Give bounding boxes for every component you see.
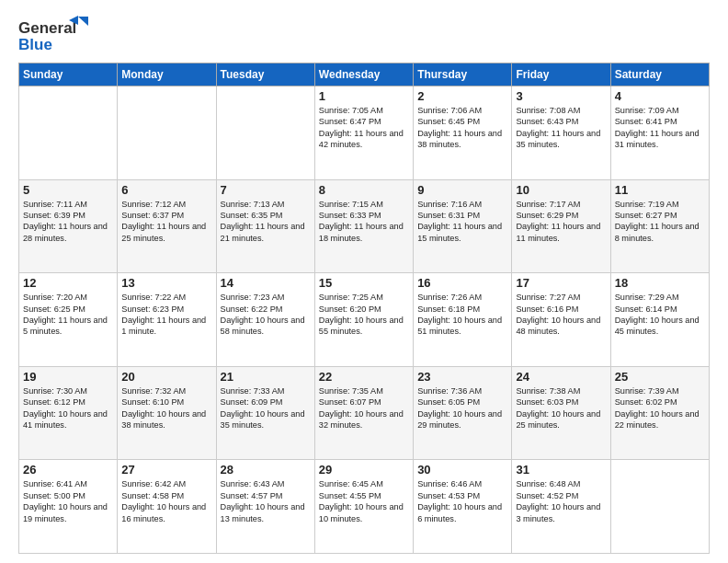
day-info: Sunrise: 7:27 AM Sunset: 6:16 PM Dayligh… <box>516 292 606 338</box>
day-number: 25 <box>615 370 705 384</box>
day-info: Sunrise: 7:29 AM Sunset: 6:14 PM Dayligh… <box>615 292 705 338</box>
svg-text:General: General <box>18 19 76 37</box>
day-info: Sunrise: 7:09 AM Sunset: 6:41 PM Dayligh… <box>615 105 705 151</box>
day-info: Sunrise: 7:33 AM Sunset: 6:09 PM Dayligh… <box>221 385 311 431</box>
day-number: 11 <box>615 183 705 197</box>
calendar-cell: 20Sunrise: 7:32 AM Sunset: 6:10 PM Dayli… <box>118 366 216 460</box>
day-number: 20 <box>121 370 211 384</box>
calendar: SundayMondayTuesdayWednesdayThursdayFrid… <box>18 63 710 554</box>
calendar-cell: 1Sunrise: 7:05 AM Sunset: 6:47 PM Daylig… <box>314 86 413 180</box>
day-number: 26 <box>23 463 113 477</box>
calendar-cell: 18Sunrise: 7:29 AM Sunset: 6:14 PM Dayli… <box>610 273 709 367</box>
day-number: 28 <box>221 463 311 477</box>
day-number: 10 <box>516 183 606 197</box>
day-number: 8 <box>319 183 409 197</box>
calendar-cell: 28Sunrise: 6:43 AM Sunset: 4:57 PM Dayli… <box>216 460 314 554</box>
day-info: Sunrise: 7:13 AM Sunset: 6:35 PM Dayligh… <box>221 199 311 245</box>
day-info: Sunrise: 6:45 AM Sunset: 4:55 PM Dayligh… <box>319 478 409 524</box>
calendar-cell <box>610 460 709 554</box>
day-info: Sunrise: 7:25 AM Sunset: 6:20 PM Dayligh… <box>319 292 409 338</box>
calendar-cell: 21Sunrise: 7:33 AM Sunset: 6:09 PM Dayli… <box>216 366 314 460</box>
calendar-cell: 27Sunrise: 6:42 AM Sunset: 4:58 PM Dayli… <box>118 460 216 554</box>
calendar-cell: 9Sunrise: 7:16 AM Sunset: 6:31 PM Daylig… <box>414 179 512 273</box>
day-info: Sunrise: 7:08 AM Sunset: 6:43 PM Dayligh… <box>516 105 606 151</box>
day-number: 7 <box>221 183 311 197</box>
calendar-cell: 3Sunrise: 7:08 AM Sunset: 6:43 PM Daylig… <box>512 86 610 180</box>
calendar-cell: 19Sunrise: 7:30 AM Sunset: 6:12 PM Dayli… <box>19 366 118 460</box>
day-number: 14 <box>221 276 311 290</box>
day-number: 19 <box>23 370 113 384</box>
day-info: Sunrise: 7:15 AM Sunset: 6:33 PM Dayligh… <box>319 199 409 245</box>
day-number: 23 <box>417 370 507 384</box>
day-number: 31 <box>516 463 606 477</box>
day-info: Sunrise: 7:11 AM Sunset: 6:39 PM Dayligh… <box>23 199 113 245</box>
day-info: Sunrise: 7:39 AM Sunset: 6:02 PM Dayligh… <box>615 385 705 431</box>
day-info: Sunrise: 7:36 AM Sunset: 6:05 PM Dayligh… <box>417 385 507 431</box>
calendar-cell: 2Sunrise: 7:06 AM Sunset: 6:45 PM Daylig… <box>414 86 512 180</box>
header-monday: Monday <box>118 63 216 86</box>
day-info: Sunrise: 6:46 AM Sunset: 4:53 PM Dayligh… <box>417 478 507 524</box>
day-number: 3 <box>516 89 606 103</box>
day-info: Sunrise: 6:48 AM Sunset: 4:52 PM Dayligh… <box>516 478 606 524</box>
calendar-cell: 8Sunrise: 7:15 AM Sunset: 6:33 PM Daylig… <box>314 179 413 273</box>
day-number: 4 <box>615 89 705 103</box>
day-number: 9 <box>417 183 507 197</box>
calendar-cell: 4Sunrise: 7:09 AM Sunset: 6:41 PM Daylig… <box>610 86 709 180</box>
day-info: Sunrise: 7:19 AM Sunset: 6:27 PM Dayligh… <box>615 199 705 245</box>
svg-text:Blue: Blue <box>18 36 52 53</box>
week-row-2: 5Sunrise: 7:11 AM Sunset: 6:39 PM Daylig… <box>19 179 710 273</box>
calendar-cell: 13Sunrise: 7:22 AM Sunset: 6:23 PM Dayli… <box>118 273 216 367</box>
logo: GeneralBlue <box>18 15 94 53</box>
day-number: 12 <box>23 276 113 290</box>
day-number: 30 <box>417 463 507 477</box>
week-row-5: 26Sunrise: 6:41 AM Sunset: 5:00 PM Dayli… <box>19 460 710 554</box>
calendar-cell: 24Sunrise: 7:38 AM Sunset: 6:03 PM Dayli… <box>512 366 610 460</box>
header-sunday: Sunday <box>19 63 118 86</box>
day-info: Sunrise: 7:26 AM Sunset: 6:18 PM Dayligh… <box>417 292 507 338</box>
calendar-cell: 6Sunrise: 7:12 AM Sunset: 6:37 PM Daylig… <box>118 179 216 273</box>
header-friday: Friday <box>512 63 610 86</box>
day-number: 1 <box>319 89 409 103</box>
calendar-cell <box>19 86 118 180</box>
day-info: Sunrise: 7:12 AM Sunset: 6:37 PM Dayligh… <box>121 199 211 245</box>
day-info: Sunrise: 7:06 AM Sunset: 6:45 PM Dayligh… <box>417 105 507 151</box>
calendar-cell: 7Sunrise: 7:13 AM Sunset: 6:35 PM Daylig… <box>216 179 314 273</box>
day-number: 17 <box>516 276 606 290</box>
day-info: Sunrise: 7:22 AM Sunset: 6:23 PM Dayligh… <box>121 292 211 338</box>
logo-svg: GeneralBlue <box>18 15 94 53</box>
day-number: 2 <box>417 89 507 103</box>
day-info: Sunrise: 7:17 AM Sunset: 6:29 PM Dayligh… <box>516 199 606 245</box>
day-info: Sunrise: 7:23 AM Sunset: 6:22 PM Dayligh… <box>221 292 311 338</box>
header: GeneralBlue <box>18 15 710 53</box>
header-wednesday: Wednesday <box>314 63 413 86</box>
day-info: Sunrise: 7:16 AM Sunset: 6:31 PM Dayligh… <box>417 199 507 245</box>
calendar-cell: 16Sunrise: 7:26 AM Sunset: 6:18 PM Dayli… <box>414 273 512 367</box>
day-info: Sunrise: 7:35 AM Sunset: 6:07 PM Dayligh… <box>319 385 409 431</box>
day-info: Sunrise: 7:32 AM Sunset: 6:10 PM Dayligh… <box>121 385 211 431</box>
header-saturday: Saturday <box>610 63 709 86</box>
header-tuesday: Tuesday <box>216 63 314 86</box>
calendar-cell: 31Sunrise: 6:48 AM Sunset: 4:52 PM Dayli… <box>512 460 610 554</box>
day-info: Sunrise: 6:43 AM Sunset: 4:57 PM Dayligh… <box>221 478 311 524</box>
day-number: 22 <box>319 370 409 384</box>
day-number: 18 <box>615 276 705 290</box>
day-info: Sunrise: 6:42 AM Sunset: 4:58 PM Dayligh… <box>121 478 211 524</box>
calendar-cell <box>216 86 314 180</box>
day-number: 15 <box>319 276 409 290</box>
day-number: 16 <box>417 276 507 290</box>
day-info: Sunrise: 7:05 AM Sunset: 6:47 PM Dayligh… <box>319 105 409 151</box>
calendar-cell: 22Sunrise: 7:35 AM Sunset: 6:07 PM Dayli… <box>314 366 413 460</box>
calendar-cell: 17Sunrise: 7:27 AM Sunset: 6:16 PM Dayli… <box>512 273 610 367</box>
day-number: 13 <box>121 276 211 290</box>
day-number: 27 <box>121 463 211 477</box>
calendar-header-row: SundayMondayTuesdayWednesdayThursdayFrid… <box>19 63 710 86</box>
calendar-cell: 29Sunrise: 6:45 AM Sunset: 4:55 PM Dayli… <box>314 460 413 554</box>
week-row-1: 1Sunrise: 7:05 AM Sunset: 6:47 PM Daylig… <box>19 86 710 180</box>
calendar-cell: 14Sunrise: 7:23 AM Sunset: 6:22 PM Dayli… <box>216 273 314 367</box>
calendar-cell: 15Sunrise: 7:25 AM Sunset: 6:20 PM Dayli… <box>314 273 413 367</box>
calendar-cell: 25Sunrise: 7:39 AM Sunset: 6:02 PM Dayli… <box>610 366 709 460</box>
header-thursday: Thursday <box>414 63 512 86</box>
calendar-cell: 5Sunrise: 7:11 AM Sunset: 6:39 PM Daylig… <box>19 179 118 273</box>
calendar-cell: 10Sunrise: 7:17 AM Sunset: 6:29 PM Dayli… <box>512 179 610 273</box>
day-info: Sunrise: 6:41 AM Sunset: 5:00 PM Dayligh… <box>23 478 113 524</box>
